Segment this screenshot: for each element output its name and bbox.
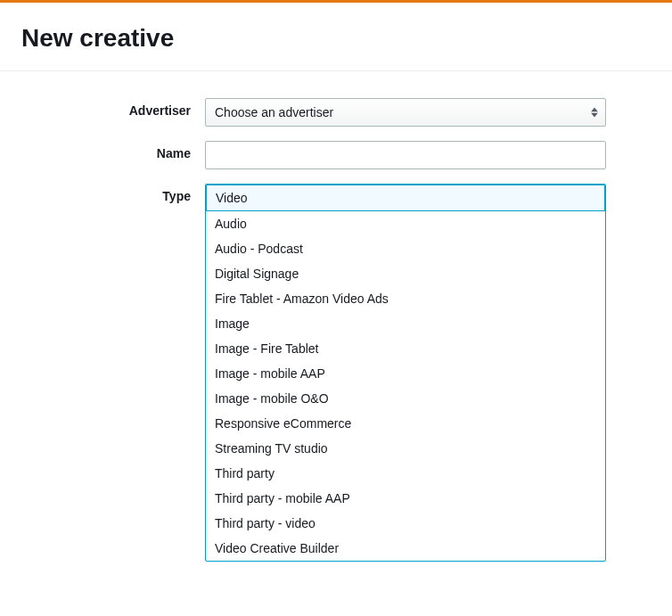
type-option[interactable]: Third party [206,461,605,486]
advertiser-row: Advertiser Choose an advertiser [36,98,636,127]
type-option[interactable]: Responsive eCommerce [206,411,605,436]
type-label: Type [36,184,205,203]
name-control [205,141,606,169]
form-area: Advertiser Choose an advertiser Name Typ… [0,71,672,603]
type-option[interactable]: Image - Fire Tablet [206,336,605,361]
page-title: New creative [21,24,651,53]
type-option[interactable]: Third party - mobile AAP [206,486,605,511]
type-option[interactable]: Streaming TV studio [206,436,605,461]
type-option[interactable]: Image [206,311,605,336]
type-option[interactable]: Digital Signage [206,261,605,286]
type-option[interactable]: Image - mobile O&O [206,386,605,411]
name-input[interactable] [205,141,606,169]
type-option[interactable]: Audio - Podcast [206,236,605,261]
advertiser-select-value: Choose an advertiser [215,105,333,119]
type-option[interactable]: Third party - video [206,511,605,536]
type-option[interactable]: Image - mobile AAP [206,361,605,386]
type-row: Type Video Audio Audio - Podcast Digital… [36,184,636,562]
name-label: Name [36,141,205,160]
advertiser-label: Advertiser [36,98,205,118]
type-option[interactable]: Fire Tablet - Amazon Video Ads [206,286,605,311]
advertiser-control: Choose an advertiser [205,98,606,127]
name-row: Name [36,141,636,169]
advertiser-select[interactable]: Choose an advertiser [205,98,606,127]
type-control: Video Audio Audio - Podcast Digital Sign… [205,184,606,562]
updown-caret-icon [591,108,598,118]
type-option[interactable]: Video [206,185,605,211]
type-option[interactable]: Video Creative Builder [206,536,605,561]
page-header: New creative [0,3,672,71]
type-option[interactable]: Audio [206,211,605,236]
type-select-expanded[interactable]: Video Audio Audio - Podcast Digital Sign… [205,184,606,562]
